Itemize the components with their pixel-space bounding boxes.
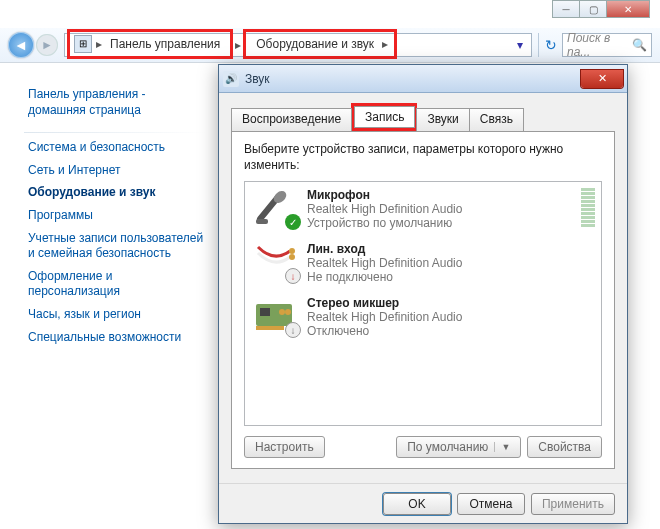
divider — [0, 62, 660, 63]
device-list[interactable]: ✓ Микрофон Realtek High Definition Audio… — [244, 181, 602, 426]
maximize-button[interactable]: ▢ — [579, 0, 607, 18]
sidebar-item-programs[interactable]: Программы — [28, 208, 206, 224]
set-default-label: По умолчанию — [407, 440, 488, 454]
svg-point-6 — [279, 309, 285, 315]
svg-point-3 — [289, 254, 295, 260]
navigation-bar: ◄ ► ⊞ ▸ Панель управления ▸ Оборудование… — [0, 28, 660, 62]
dialog-body: Воспроизведение Запись Звуки Связь Выбер… — [219, 93, 627, 483]
control-panel-icon: ⊞ — [74, 35, 92, 53]
svg-rect-5 — [260, 308, 270, 316]
search-placeholder: Поиск в па... — [567, 31, 632, 59]
minimize-button[interactable]: ─ — [552, 0, 580, 18]
svg-rect-8 — [256, 326, 284, 330]
chevron-down-icon[interactable]: ▼ — [494, 442, 510, 452]
tab-recording[interactable]: Запись — [354, 106, 415, 128]
dialog-titlebar[interactable]: 🔊 Звук ✕ — [219, 65, 627, 93]
ok-button[interactable]: OK — [383, 493, 451, 515]
device-driver: Realtek High Definition Audio — [307, 256, 595, 270]
sidebar-item-appearance[interactable]: Оформление и персонализация — [28, 269, 206, 300]
chevron-right-icon[interactable]: ▸ — [233, 38, 243, 52]
set-default-button[interactable]: По умолчанию▼ — [396, 436, 521, 458]
device-driver: Realtek High Definition Audio — [307, 202, 577, 216]
search-icon[interactable]: 🔍 — [632, 38, 647, 52]
speaker-icon: 🔊 — [223, 71, 239, 87]
properties-button[interactable]: Свойства — [527, 436, 602, 458]
forward-button: ► — [36, 34, 58, 56]
level-meter — [581, 188, 595, 230]
refresh-button[interactable]: ↻ — [538, 33, 562, 57]
chevron-right-icon[interactable]: ▸ — [380, 37, 390, 51]
breadcrumb[interactable]: ⊞ ▸ Панель управления ▸ Оборудование и з… — [64, 33, 532, 57]
sidebar: Панель управления - домашняя страница Си… — [0, 72, 214, 360]
device-status: Отключено — [307, 324, 595, 338]
sidebar-home[interactable]: Панель управления - домашняя страница — [28, 87, 206, 118]
back-button[interactable]: ◄ — [8, 32, 34, 58]
device-name: Микрофон — [307, 188, 577, 202]
configure-button[interactable]: Настроить — [244, 436, 325, 458]
sidebar-item-hardware[interactable]: Оборудование и звук — [28, 185, 206, 201]
sidebar-item-network[interactable]: Сеть и Интернет — [28, 163, 206, 179]
device-item[interactable]: ✓ Микрофон Realtek High Definition Audio… — [245, 182, 601, 236]
instruction-text: Выберите устройство записи, параметры ко… — [244, 142, 602, 173]
tab-playback[interactable]: Воспроизведение — [231, 108, 352, 132]
tab-strip: Воспроизведение Запись Звуки Связь — [231, 107, 615, 131]
device-driver: Realtek High Definition Audio — [307, 310, 595, 324]
device-status: Не подключено — [307, 270, 595, 284]
device-item[interactable]: ↓ Стерео микшер Realtek High Definition … — [245, 290, 601, 344]
close-button[interactable]: ✕ — [606, 0, 650, 18]
tab-panel: Выберите устройство записи, параметры ко… — [231, 131, 615, 469]
sidebar-item-accessibility[interactable]: Специальные возможности — [28, 330, 206, 346]
panel-buttons: Настроить По умолчанию▼ Свойства — [244, 436, 602, 458]
window-controls: ─ ▢ ✕ — [553, 0, 650, 18]
divider — [24, 132, 206, 133]
microphone-icon: ✓ — [251, 188, 299, 228]
svg-point-7 — [285, 309, 291, 315]
line-in-icon: ↓ — [251, 242, 299, 282]
sound-card-icon: ↓ — [251, 296, 299, 336]
dialog-footer: OK Отмена Применить — [219, 483, 627, 523]
breadcrumb-item[interactable]: Панель управления — [104, 37, 226, 51]
device-name: Лин. вход — [307, 242, 595, 256]
sidebar-item-accounts[interactable]: Учетные записи пользователей и семейная … — [28, 231, 206, 262]
breadcrumb-dropdown[interactable]: ▾ — [511, 38, 529, 52]
sidebar-item-clock[interactable]: Часы, язык и регион — [28, 307, 206, 323]
apply-button[interactable]: Применить — [531, 493, 615, 515]
arrow-down-badge-icon: ↓ — [285, 268, 301, 284]
device-item[interactable]: ↓ Лин. вход Realtek High Definition Audi… — [245, 236, 601, 290]
tab-communications[interactable]: Связь — [469, 108, 524, 132]
sidebar-item-system[interactable]: Система и безопасность — [28, 140, 206, 156]
tab-sounds[interactable]: Звуки — [416, 108, 469, 132]
cancel-button[interactable]: Отмена — [457, 493, 525, 515]
breadcrumb-item[interactable]: Оборудование и звук — [250, 37, 380, 51]
svg-point-2 — [289, 248, 295, 254]
sound-dialog: 🔊 Звук ✕ Воспроизведение Запись Звуки Св… — [218, 64, 628, 524]
device-name: Стерео микшер — [307, 296, 595, 310]
dialog-close-button[interactable]: ✕ — [581, 70, 623, 88]
chevron-right-icon[interactable]: ▸ — [94, 37, 104, 51]
svg-rect-1 — [256, 219, 268, 224]
arrow-down-badge-icon: ↓ — [285, 322, 301, 338]
dialog-title: Звук — [245, 72, 270, 86]
check-badge-icon: ✓ — [285, 214, 301, 230]
search-input[interactable]: Поиск в па... 🔍 — [562, 33, 652, 57]
device-status: Устройство по умолчанию — [307, 216, 577, 230]
